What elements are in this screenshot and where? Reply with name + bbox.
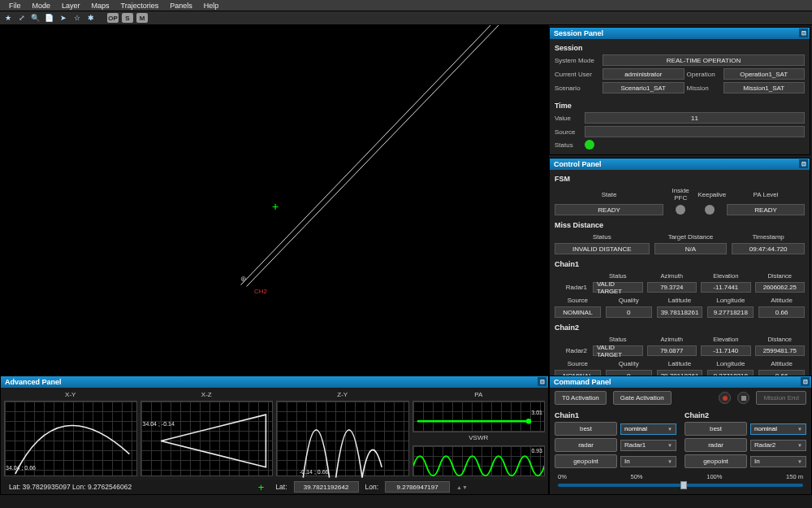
menu-help[interactable]: Help — [198, 2, 225, 10]
tool-icon-5[interactable]: ➤ — [58, 13, 68, 24]
chain1-lat: 39.78118261 — [657, 306, 703, 318]
session-subheader: Session — [555, 44, 805, 52]
chain2-dist: 2599481.75 — [755, 345, 806, 356]
mission-end-button[interactable]: Mission End — [756, 391, 806, 405]
time-value-label: Value — [555, 115, 582, 122]
fsm-keepalive-dot-icon — [705, 205, 715, 215]
cmd-chain1-hdr: Chain1 — [555, 411, 676, 419]
miss-subheader: Miss Distance — [555, 221, 805, 229]
mission-value: Mission1_SAT — [723, 82, 806, 93]
current-user-value: administrator — [603, 68, 685, 80]
status-latlon: Lat: 39.7829935097 Lon: 9.2762546062 — [9, 483, 132, 491]
tool-icon-3[interactable]: 🔍 — [30, 13, 41, 24]
chain2-lat: 39.78118261 — [657, 370, 703, 376]
svg-point-3 — [525, 419, 530, 423]
tool-icon-2[interactable]: ⤢ — [16, 13, 27, 24]
crosshair-icon: + — [272, 200, 279, 213]
fsm-pfc-dot-icon — [676, 205, 685, 215]
chain1-radar-label: Radar1 — [555, 284, 589, 291]
command-title: Command Panel — [554, 378, 611, 386]
scale-thumb[interactable] — [680, 481, 687, 489]
cmd-chain1-radar-select[interactable]: Radar1▼ — [620, 440, 676, 451]
chain1-alt: 0.66 — [758, 306, 805, 318]
menu-file[interactable]: File — [3, 2, 27, 10]
cmd-chain2-nominal-select[interactable]: nominal▼ — [750, 423, 806, 435]
tool-icon-7[interactable]: ✱ — [85, 13, 96, 24]
control-close-icon[interactable]: ⊡ — [799, 159, 808, 168]
miss-col-ts: Timestamp — [732, 233, 805, 241]
cmd-chain1-geo-select[interactable]: In▼ — [620, 456, 676, 467]
menu-mode[interactable]: Mode — [27, 2, 57, 10]
session-panel: Session Panel⊡ Session System ModeREAL-T… — [549, 27, 810, 155]
cmd-chain1-geo-button[interactable]: geopoint — [555, 454, 617, 468]
menubar: File Mode Layer Maps Trajectories Panels… — [0, 0, 812, 11]
chain1-source: NOMINAL — [555, 306, 601, 318]
cmd-chain2-geo-button[interactable]: geopoint — [685, 454, 747, 468]
time-source-label: Source — [555, 128, 582, 136]
command-close-icon[interactable]: ⊡ — [801, 377, 810, 386]
miss-status-value: INVALID DISTANCE — [555, 243, 650, 254]
menu-maps[interactable]: Maps — [86, 2, 115, 10]
plot-xz: X-Z 34.04 ; -0.14 — [140, 391, 274, 476]
plot-xy: X-Y 34.04 ; 0.66 — [4, 391, 137, 476]
chain2-source: NOMINAL — [555, 370, 601, 376]
session-close-icon[interactable]: ⊡ — [799, 28, 808, 37]
vswr-value: 0.93 — [531, 448, 542, 454]
cmd-chain1-nominal-select[interactable]: nominal▼ — [620, 423, 676, 435]
plot-zy: Z-Y -0.14 ; 0.66 — [276, 391, 409, 476]
chain1-az: 79.3724 — [647, 282, 698, 293]
mode-op[interactable]: OP — [107, 13, 119, 23]
mode-s[interactable]: S — [122, 13, 133, 23]
chain1-quality: 0 — [606, 306, 652, 318]
record-button[interactable] — [719, 392, 731, 404]
fsm-state-value: READY — [555, 204, 663, 215]
operation-label: Operation — [687, 71, 721, 78]
tool-icon-4[interactable]: 📄 — [44, 13, 54, 24]
ch2-label: CH2 — [254, 288, 267, 295]
time-status-label: Status — [555, 141, 582, 149]
cmd-chain1-best-button[interactable]: best — [555, 422, 617, 436]
cmd-chain2-radar-select[interactable]: Radar2▼ — [750, 440, 806, 451]
fsm-pa-value: READY — [727, 204, 805, 215]
chain2-el: -11.7140 — [701, 345, 751, 356]
tool-icon-1[interactable]: ★ — [2, 13, 13, 24]
fsm-col-pa: PA Level — [727, 191, 805, 198]
scenario-value: Scenario1_SAT — [603, 82, 685, 93]
miss-ts-value: 09:47:44.720 — [732, 243, 805, 254]
advanced-close-icon[interactable]: ⊡ — [538, 377, 546, 386]
chain2-radar-label: Radar2 — [555, 347, 589, 354]
control-panel: Control Panel⊡ FSM State Inside PFC Keep… — [549, 158, 810, 376]
t0-activation-button[interactable]: T0 Activation — [555, 391, 607, 405]
lon-label: Lon: — [365, 483, 379, 491]
tool-icon-6[interactable]: ☆ — [71, 13, 82, 24]
crosshair-status-icon: + — [258, 481, 265, 493]
command-panel: Command Panel⊡ T0 Activation Gate Activa… — [549, 376, 812, 495]
chain2-subheader: Chain2 — [555, 323, 805, 332]
chain1-el: -11.7441 — [701, 282, 751, 293]
system-mode-value: REAL-TIME OPERATION — [603, 54, 805, 66]
menu-panels[interactable]: Panels — [164, 2, 198, 10]
fsm-col-state: State — [555, 191, 663, 198]
gate-activation-button[interactable]: Gate Activation — [613, 391, 672, 405]
map-view[interactable]: + ⊕ CH2 — [0, 25, 549, 376]
menu-layer[interactable]: Layer — [56, 2, 86, 10]
svg-line-0 — [241, 25, 491, 285]
mode-m[interactable]: M — [136, 13, 148, 23]
cmd-chain2-geo-select[interactable]: In▼ — [750, 456, 806, 467]
advanced-title: Advanced Panel — [5, 378, 62, 386]
cmd-chain2-best-button[interactable]: best — [685, 422, 747, 436]
zy-note: -0.14 ; 0.66 — [300, 469, 328, 475]
advanced-panel: Advanced Panel⊡ X-Y 34.04 ; 0.66 X-Z 34.… — [0, 376, 549, 495]
cmd-chain1-radar-button[interactable]: radar — [555, 438, 617, 452]
stop-button[interactable] — [737, 392, 749, 404]
chain2-az: 79.0877 — [647, 345, 698, 356]
chain1-lon: 9.27718218 — [707, 306, 754, 318]
svg-line-1 — [247, 25, 499, 287]
xy-note: 34.04 ; 0.66 — [6, 465, 36, 471]
scale-slider[interactable]: 0% 50% 100% 150 m — [550, 470, 811, 488]
menu-trajectories[interactable]: Trajectories — [115, 2, 165, 10]
cmd-chain2-radar-button[interactable]: radar — [685, 438, 747, 452]
fsm-subheader: FSM — [555, 175, 805, 183]
pa-value: 3.01 — [531, 410, 542, 415]
lat-input[interactable]: 39.7821192642 — [294, 481, 359, 493]
